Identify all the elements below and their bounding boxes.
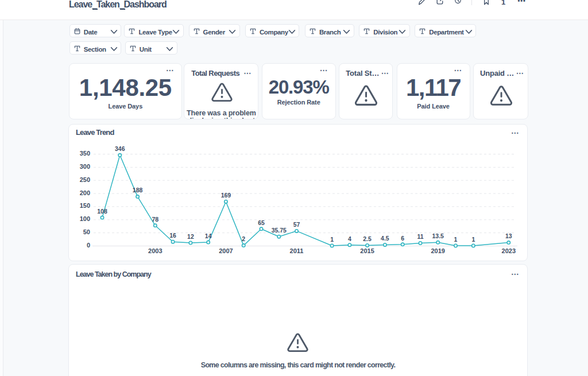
- svg-text:14: 14: [205, 232, 212, 239]
- svg-text:1: 1: [471, 235, 475, 242]
- svg-text:78: 78: [152, 215, 158, 222]
- svg-text:108: 108: [97, 207, 107, 214]
- svg-text:2.5: 2.5: [363, 235, 372, 242]
- svg-text:150: 150: [80, 202, 90, 209]
- svg-text:2007: 2007: [219, 247, 233, 254]
- svg-text:1: 1: [454, 235, 458, 242]
- svg-text:2015: 2015: [360, 247, 374, 254]
- svg-text:57: 57: [293, 221, 300, 228]
- svg-text:16: 16: [169, 232, 176, 239]
- svg-text:0: 0: [87, 242, 90, 249]
- svg-text:2023: 2023: [502, 247, 516, 254]
- svg-text:350: 350: [80, 150, 90, 157]
- svg-text:4.5: 4.5: [381, 235, 389, 242]
- svg-text:100: 100: [80, 215, 90, 222]
- svg-text:35.75: 35.75: [272, 227, 287, 234]
- svg-text:12: 12: [187, 232, 194, 239]
- svg-text:169: 169: [221, 192, 231, 199]
- svg-text:13: 13: [505, 232, 512, 239]
- svg-text:188: 188: [133, 187, 143, 193]
- svg-text:2019: 2019: [431, 247, 444, 254]
- svg-text:13.5: 13.5: [432, 232, 444, 239]
- svg-text:300: 300: [80, 162, 90, 169]
- svg-text:346: 346: [115, 145, 125, 152]
- svg-text:2: 2: [242, 235, 245, 242]
- svg-text:11: 11: [417, 233, 423, 240]
- svg-text:200: 200: [80, 189, 90, 196]
- svg-text:2011: 2011: [290, 247, 304, 254]
- svg-text:2003: 2003: [148, 247, 162, 254]
- svg-text:6: 6: [401, 234, 404, 241]
- svg-text:50: 50: [83, 228, 90, 235]
- svg-text:1: 1: [330, 235, 334, 242]
- svg-text:65: 65: [258, 219, 265, 226]
- svg-text:250: 250: [80, 176, 90, 183]
- svg-text:4: 4: [348, 235, 351, 242]
